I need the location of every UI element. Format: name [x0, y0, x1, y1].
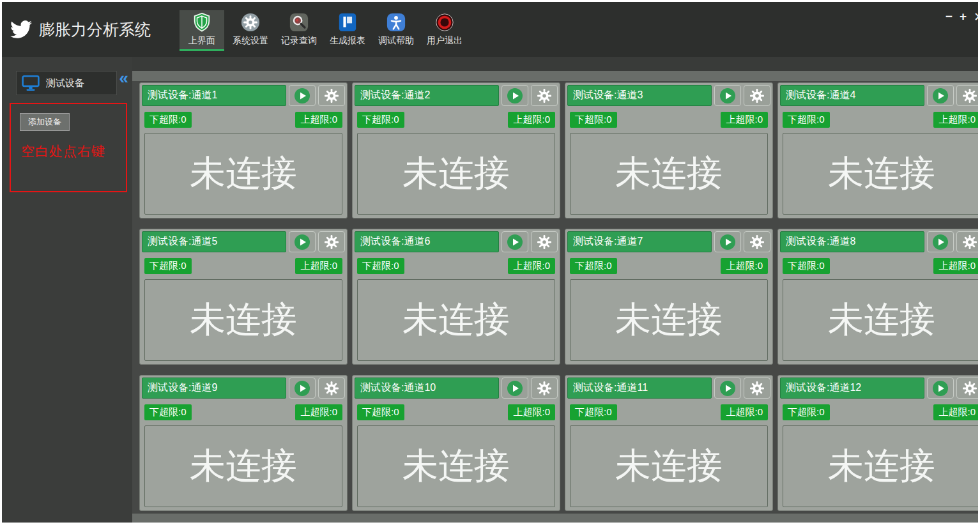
limit-badges: 下超限:0 上超限:0: [567, 258, 770, 274]
toolbar-button-label: 用户退出: [427, 35, 463, 47]
toolbar-button-main[interactable]: 上界面: [180, 10, 224, 51]
status-box: 未连接: [144, 425, 342, 507]
settings-button[interactable]: [318, 85, 345, 106]
toolbar-button-label: 系统设置: [233, 35, 268, 47]
gear-icon: [962, 234, 977, 250]
upper-limit-badge: 上超限:0: [933, 258, 978, 274]
play-button[interactable]: [714, 231, 741, 252]
play-button[interactable]: [289, 378, 316, 399]
channel-card-header: 测试设备:通道2: [355, 85, 558, 106]
upper-limit-badge: 上超限:0: [933, 112, 978, 128]
grid-top-divider: [132, 71, 978, 81]
play-button[interactable]: [501, 85, 528, 106]
play-button[interactable]: [714, 378, 741, 399]
channel-title: 测试设备:通道2: [355, 85, 499, 106]
settings-button[interactable]: [531, 378, 558, 399]
minimize-button[interactable]: −: [946, 10, 953, 24]
lower-limit-badge: 下超限:0: [144, 112, 192, 128]
play-button[interactable]: [927, 378, 954, 399]
channel-card-header: 测试设备:通道1: [142, 85, 345, 106]
settings-button[interactable]: [956, 378, 978, 399]
gear-icon: [749, 381, 765, 396]
upper-limit-badge: 上超限:0: [721, 112, 768, 128]
channel-card-header: 测试设备:通道11: [567, 378, 770, 399]
limit-badges: 下超限:0 上超限:0: [142, 404, 345, 420]
toolbar: 上界面系统设置记录查询生成报表调试帮助用户退出: [180, 10, 471, 55]
settings-button[interactable]: [744, 378, 770, 399]
upper-limit-badge: 上超限:0: [721, 258, 768, 274]
play-button[interactable]: [927, 231, 954, 252]
lower-limit-badge: 下超限:0: [144, 258, 192, 274]
status-box: 未连接: [144, 279, 342, 361]
play-button[interactable]: [289, 231, 316, 252]
status-box: 未连接: [144, 133, 342, 215]
top-bar: 膨胀力分析系统 上界面系统设置记录查询生成报表调试帮助用户退出 − + ✕: [2, 2, 978, 57]
play-button[interactable]: [289, 85, 316, 106]
upper-limit-badge: 上超限:0: [295, 404, 342, 420]
channel-card-header: 测试设备:通道5: [142, 231, 345, 252]
channel-card: 测试设备:通道5: [139, 229, 348, 365]
channel-title: 测试设备:通道1: [142, 85, 286, 106]
lower-limit-badge: 下超限:0: [357, 404, 404, 420]
play-button[interactable]: [501, 378, 528, 399]
status-text: 未连接: [615, 296, 723, 344]
toolbar-button-label: 生成报表: [330, 35, 365, 47]
toolbar-button-logout[interactable]: 用户退出: [422, 10, 467, 51]
settings-button[interactable]: [318, 378, 345, 399]
settings-button[interactable]: [531, 231, 558, 252]
channel-card: 测试设备:通道1: [139, 82, 348, 218]
settings-button[interactable]: [744, 231, 770, 252]
app-window: 膨胀力分析系统 上界面系统设置记录查询生成报表调试帮助用户退出 − + ✕ 测试…: [2, 2, 978, 523]
play-icon: [294, 380, 310, 397]
settings-button[interactable]: [318, 231, 345, 252]
toolbar-button-report[interactable]: 生成报表: [325, 10, 370, 51]
toolbar-button-settings[interactable]: 系统设置: [228, 10, 273, 51]
gear-icon: [537, 381, 552, 396]
status-text: 未连接: [828, 296, 935, 344]
status-box: 未连接: [570, 133, 768, 215]
add-device-menu-item[interactable]: 添加设备: [20, 113, 70, 131]
gear-icon: [537, 234, 552, 250]
settings-button[interactable]: [531, 85, 558, 106]
channel-card: 测试设备:通道10: [352, 375, 560, 511]
toolbar-button-records[interactable]: 记录查询: [277, 10, 321, 51]
limit-badges: 下超限:0 上超限:0: [142, 258, 345, 274]
status-box: 未连接: [357, 133, 555, 215]
play-button[interactable]: [501, 231, 528, 252]
status-box: 未连接: [570, 425, 768, 507]
report-icon: [337, 11, 358, 33]
channel-card: 测试设备:通道6: [352, 229, 560, 365]
toolbar-button-label: 上界面: [188, 35, 215, 47]
settings-button[interactable]: [956, 85, 978, 106]
limit-badges: 下超限:0 上超限:0: [780, 112, 978, 128]
toolbar-button-label: 记录查询: [281, 35, 317, 47]
status-text: 未连接: [828, 442, 935, 491]
channel-title: 测试设备:通道9: [142, 378, 286, 399]
sidebar-device-node[interactable]: 测试设备: [16, 71, 117, 95]
channel-card-header: 测试设备:通道6: [355, 231, 558, 252]
brand: 膨胀力分析系统: [2, 19, 180, 40]
main-area: 测试设备:通道1: [132, 57, 978, 523]
settings-button[interactable]: [744, 85, 770, 106]
gear-icon: [749, 88, 765, 103]
sidebar-device-label: 测试设备: [46, 77, 84, 89]
upper-limit-badge: 上超限:0: [295, 258, 342, 274]
play-icon: [719, 88, 736, 104]
maximize-button[interactable]: +: [960, 10, 967, 24]
channel-card-header: 测试设备:通道8: [780, 231, 978, 252]
sidebar-collapse-button[interactable]: «: [119, 70, 128, 86]
close-button[interactable]: ✕: [974, 10, 978, 24]
channel-title: 测试设备:通道5: [142, 231, 286, 252]
horizontal-scrollbar[interactable]: [132, 514, 978, 523]
play-button[interactable]: [714, 85, 741, 106]
channel-title: 测试设备:通道10: [355, 378, 499, 399]
channel-card-header: 测试设备:通道4: [780, 85, 978, 106]
toolbar-button-debug[interactable]: 调试帮助: [374, 10, 418, 51]
settings-button[interactable]: [956, 231, 978, 252]
toolbar-button-label: 调试帮助: [378, 35, 414, 47]
limit-badges: 下超限:0 上超限:0: [780, 258, 978, 274]
limit-badges: 下超限:0 上超限:0: [567, 112, 770, 128]
play-button[interactable]: [927, 85, 954, 106]
status-text: 未连接: [615, 442, 723, 491]
lower-limit-badge: 下超限:0: [570, 258, 617, 274]
